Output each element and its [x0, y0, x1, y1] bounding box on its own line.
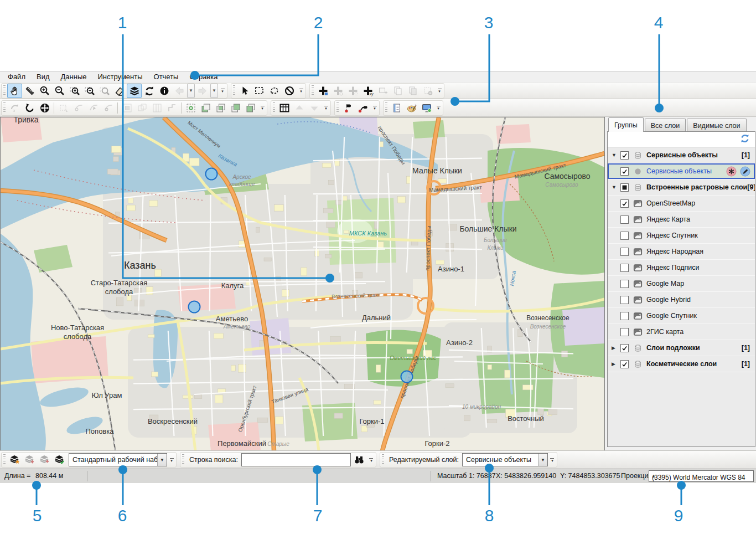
layer-checkbox[interactable] [620, 328, 629, 336]
workset-export-button[interactable] [37, 453, 52, 467]
layer-row-2[interactable]: ▼Встроенные растровые слои[9] [608, 179, 755, 196]
zoom-window-out-button[interactable] [82, 84, 97, 98]
menu-item-5[interactable]: Справка [184, 71, 223, 83]
add-xy-button[interactable]: xy [360, 84, 375, 98]
toolbar-grip[interactable] [3, 102, 6, 114]
nav-back-dropdown[interactable]: ▼ [187, 84, 195, 98]
toolbar-overflow-icon[interactable]: ▾ [323, 101, 329, 115]
chevron-down-icon[interactable]: ▼ [157, 454, 167, 466]
editable-layer-combo[interactable]: Сервисные объекты ▼ [462, 453, 548, 466]
toolbar-overflow-icon[interactable]: ▾ [436, 84, 443, 97]
chevron-up-icon[interactable]: ▲ [649, 474, 658, 479]
rotate-button[interactable] [22, 101, 37, 115]
tab-2[interactable]: Видимые слои [687, 119, 746, 132]
erase-button[interactable] [112, 84, 127, 98]
add-node-button[interactable] [330, 84, 345, 98]
layer-checkbox[interactable] [620, 232, 629, 240]
toolbar-overflow-icon[interactable]: ▾ [435, 101, 442, 115]
topo-line-button[interactable] [164, 101, 179, 115]
workset-active-button[interactable] [7, 453, 22, 467]
layer-row-4[interactable]: Яндекс Карта [608, 212, 755, 228]
workset-save-button[interactable] [52, 453, 67, 467]
layer-checkbox[interactable] [620, 344, 629, 352]
paste-button[interactable] [405, 84, 420, 98]
tab-0[interactable]: Группы [608, 117, 644, 132]
undo-x-button[interactable]: x [7, 101, 22, 115]
toolbar-grip[interactable] [3, 85, 6, 96]
paste-rect-button[interactable] [375, 84, 390, 98]
tab-1[interactable]: Все слои [645, 119, 686, 132]
layer-checkbox[interactable] [620, 215, 629, 224]
layer-row-0[interactable]: ▼Сервисные объекты[1] [608, 147, 755, 163]
topo-bars-button[interactable] [149, 101, 164, 115]
layer-checkbox[interactable] [620, 183, 629, 192]
add-vertex-button[interactable] [345, 84, 360, 98]
layer-checkbox[interactable] [620, 167, 629, 176]
layer-row-6[interactable]: Яндекс Народная [608, 244, 755, 260]
workspace-combo[interactable]: Стандартный рабочий набор ▼ [69, 453, 167, 466]
layer-row-9[interactable]: Google Hybrid [608, 292, 755, 308]
toolbar-grip[interactable] [312, 85, 314, 96]
topo-rect-button[interactable] [120, 101, 134, 115]
move-down-button[interactable] [307, 101, 322, 115]
layer-checkbox[interactable] [620, 312, 629, 320]
toolbar-overflow-icon[interactable]: ▾ [371, 101, 378, 115]
layer-row-8[interactable]: Google Map [608, 276, 755, 292]
combine-front-button[interactable] [228, 101, 243, 115]
layer-row-7[interactable]: Яндекс Подписи [608, 260, 755, 276]
edit-action-icon[interactable] [740, 166, 750, 177]
combine-subtract-button[interactable] [243, 101, 258, 115]
nav-forward-button[interactable] [195, 84, 210, 98]
workset-import-button[interactable] [22, 453, 37, 467]
layer-checkbox[interactable] [620, 151, 629, 160]
toolbar-grip[interactable] [182, 454, 184, 465]
chevron-open-icon[interactable]: ▼ [612, 184, 620, 190]
layer-checkbox[interactable] [620, 199, 629, 208]
nav-back-button[interactable] [172, 84, 187, 98]
select-arrow-button[interactable] [237, 84, 252, 98]
edit-frame-button[interactable] [56, 101, 71, 115]
menu-item-3[interactable]: Инструменты [92, 71, 148, 83]
toolbar-grip[interactable] [385, 102, 387, 114]
menu-item-1[interactable]: Вид [31, 71, 55, 83]
toolbar-grip[interactable] [382, 454, 384, 465]
menu-item-2[interactable]: Данные [55, 71, 92, 83]
layer-checkbox[interactable] [620, 264, 629, 272]
service-object-marker[interactable] [189, 301, 200, 313]
move-tool-button[interactable] [37, 101, 52, 115]
route-action-icon[interactable] [726, 166, 737, 177]
layer-row-3[interactable]: OpenStreetMap [608, 196, 755, 212]
pan-hand-button[interactable] [7, 84, 22, 98]
menu-item-4[interactable]: Отчеты [148, 71, 184, 83]
zoom-window-in-button[interactable] [67, 84, 82, 98]
chevron-closed-icon[interactable]: ▶ [612, 345, 620, 351]
chevron-open-icon[interactable]: ▼ [612, 152, 620, 158]
service-object-marker[interactable] [206, 168, 218, 180]
combine-back-button[interactable] [198, 101, 213, 115]
map-canvas[interactable]: ТривкаКазаньСтаро-ТатарскаяслободаНово-Т… [1, 117, 604, 451]
search-input[interactable] [241, 453, 351, 466]
layer-checkbox[interactable] [620, 248, 629, 256]
layer-checkbox[interactable] [620, 296, 629, 304]
nav-forward-dropdown[interactable]: ▼ [210, 84, 218, 98]
projection-combo[interactable]: (3395) World Mercator WGS 84 ▲ [649, 470, 754, 482]
measure-button[interactable] [22, 84, 37, 98]
service-object-marker[interactable] [401, 371, 413, 383]
zoom-in-button[interactable] [37, 84, 52, 98]
layer-row-13[interactable]: ▶Косметические слои[1] [608, 356, 755, 372]
move-up-button[interactable] [292, 101, 307, 115]
select-cancel-button[interactable] [282, 84, 297, 98]
display-button[interactable] [419, 101, 434, 115]
select-lasso-button[interactable] [267, 84, 282, 98]
node-end-button[interactable] [355, 101, 370, 115]
zoom-area-button[interactable] [97, 84, 112, 98]
menu-item-0[interactable]: Файл [2, 71, 31, 83]
arc-remove-button[interactable] [101, 101, 116, 115]
layer-checkbox[interactable] [620, 280, 629, 288]
arc-add-button[interactable] [71, 101, 86, 115]
refresh-layers-icon[interactable] [739, 133, 750, 146]
layer-row-11[interactable]: 2ГИС карта [608, 324, 755, 340]
delete-frame-button[interactable] [420, 84, 435, 98]
toolbar-overflow-icon[interactable]: ▾ [368, 453, 375, 466]
toolbar-grip[interactable] [233, 85, 235, 96]
